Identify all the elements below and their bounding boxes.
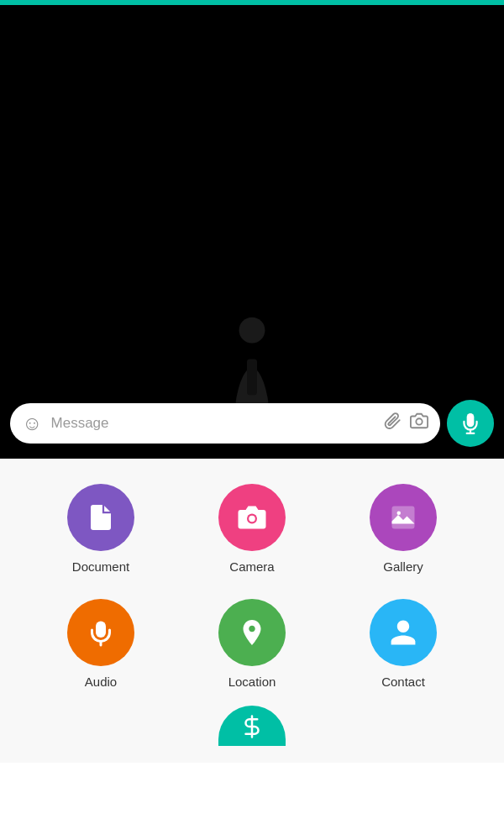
attachment-panel: Document Camera Gallery xyxy=(0,459,504,706)
document-circle xyxy=(67,484,134,551)
svg-rect-7 xyxy=(392,507,415,529)
gallery-circle xyxy=(370,484,437,551)
camera-label: Camera xyxy=(229,559,274,574)
payment-circle xyxy=(218,706,286,746)
attach-item-audio[interactable]: Audio xyxy=(67,599,134,689)
attach-item-document[interactable]: Document xyxy=(67,484,134,574)
message-bar: ☺ xyxy=(10,400,494,447)
contact-label: Contact xyxy=(381,675,425,689)
svg-point-8 xyxy=(397,512,402,516)
camera-input-icon[interactable] xyxy=(410,412,428,435)
message-input[interactable] xyxy=(51,415,375,432)
svg-point-0 xyxy=(239,318,265,344)
mic-button[interactable] xyxy=(447,400,494,447)
audio-label: Audio xyxy=(85,675,117,689)
attach-item-camera[interactable]: Camera xyxy=(218,484,286,574)
document-label: Document xyxy=(72,559,129,574)
attach-item-gallery[interactable]: Gallery xyxy=(370,484,437,574)
message-input-container: ☺ xyxy=(10,403,440,444)
contact-circle xyxy=(370,599,437,666)
svg-rect-1 xyxy=(247,359,257,395)
location-label: Location xyxy=(228,675,276,689)
partial-row xyxy=(0,706,504,763)
attach-item-contact[interactable]: Contact xyxy=(370,599,437,689)
gallery-label: Gallery xyxy=(383,559,423,574)
svg-point-2 xyxy=(416,418,422,424)
paperclip-icon[interactable] xyxy=(383,412,402,435)
attach-item-location[interactable]: Location xyxy=(218,599,286,689)
attach-item-payment[interactable] xyxy=(218,706,286,746)
camera-circle xyxy=(218,484,286,551)
svg-point-6 xyxy=(249,516,255,522)
location-circle xyxy=(218,599,286,666)
chat-area: ☺ xyxy=(0,5,504,459)
emoji-icon[interactable]: ☺ xyxy=(22,412,43,435)
audio-circle xyxy=(67,599,134,666)
